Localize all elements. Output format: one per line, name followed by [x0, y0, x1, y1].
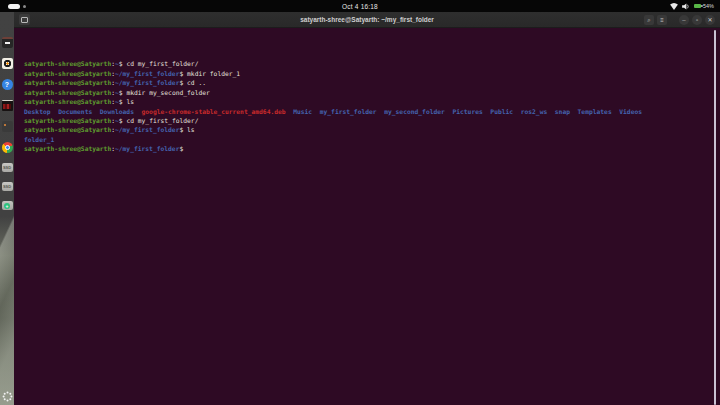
terminal-line: satyarth-shree@Satyarth:~$ mkdir my_seco… — [24, 88, 712, 97]
volume-icon — [682, 3, 690, 10]
terminal-line: satyarth-shree@Satyarth:~$ cd my_first_f… — [24, 59, 712, 68]
ssd-drive-2-icon[interactable]: SSD — [2, 182, 13, 191]
system-status-area[interactable]: 54% — [670, 3, 714, 10]
terminal-title: satyarth-shree@Satyarth: ~/my_first_fold… — [14, 16, 720, 23]
terminal-scrollbar[interactable] — [714, 30, 716, 405]
menu-button[interactable]: ≡ — [657, 15, 667, 25]
terminal-line: satyarth-shree@Satyarth:~/my_first_folde… — [24, 78, 712, 87]
battery-indicator: 54% — [694, 3, 714, 9]
terminal-line: folder_1 — [24, 135, 712, 144]
terminal-line: satyarth-shree@Satyarth:~/my_first_folde… — [24, 69, 712, 78]
dock: ? SSD SSD — [0, 12, 14, 405]
wifi-icon — [670, 3, 678, 10]
firefox-icon[interactable] — [2, 16, 13, 27]
new-tab-button[interactable] — [19, 14, 30, 25]
battery-percent: 54% — [703, 3, 714, 9]
minimize-button[interactable]: – — [679, 15, 689, 25]
maximize-button[interactable]: ▫ — [692, 15, 702, 25]
clock[interactable]: Oct 4 16:18 — [0, 3, 720, 10]
terminal-window: satyarth-shree@Satyarth: ~/my_first_fold… — [14, 12, 720, 405]
rhythmbox-icon[interactable] — [2, 58, 13, 69]
top-bar: Oct 4 16:18 54% — [0, 0, 720, 12]
close-button[interactable]: ✕ — [705, 15, 715, 25]
ssd-drive-icon[interactable]: SSD — [2, 163, 13, 172]
terminal-line: satyarth-shree@Satyarth:~/my_first_folde… — [24, 125, 712, 134]
terminal-output[interactable]: satyarth-shree@Satyarth:~$ cd my_first_f… — [14, 28, 720, 405]
terminal-line: satyarth-shree@Satyarth:~$ cd my_first_f… — [24, 116, 712, 125]
usb-drive-icon[interactable] — [2, 201, 13, 210]
search-button[interactable]: ⌕ — [644, 15, 654, 25]
terminal-line: satyarth-shree@Satyarth:~/my_first_folde… — [24, 144, 712, 153]
terminal-app-icon[interactable] — [2, 121, 13, 132]
desktop: Oct 4 16:18 54% ? SSD SSD — [0, 0, 720, 405]
show-apps-icon[interactable] — [2, 388, 13, 399]
terminal-line: Desktop Documents Downloads google-chrom… — [24, 107, 712, 116]
terminal-line: satyarth-shree@Satyarth:~$ ls — [24, 97, 712, 106]
terminal-titlebar[interactable]: satyarth-shree@Satyarth: ~/my_first_fold… — [14, 12, 720, 28]
battery-icon — [694, 4, 701, 8]
help-icon[interactable]: ? — [2, 79, 13, 90]
chrome-icon[interactable] — [2, 142, 13, 153]
screenshot-viewer-icon[interactable] — [2, 100, 13, 111]
files-app-icon[interactable] — [2, 37, 13, 48]
